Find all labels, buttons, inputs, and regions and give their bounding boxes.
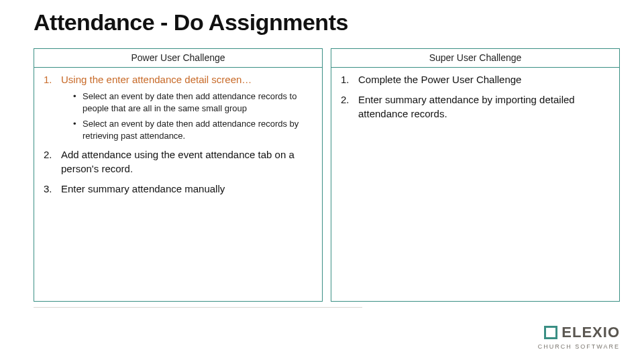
list-item-text: Add attendance using the event attendanc… xyxy=(61,149,294,174)
super-user-body: Complete the Power User Challenge Enter … xyxy=(331,68,619,301)
list-item: Enter summary attendance manually xyxy=(44,182,313,196)
page-title: Attendance - Do Assignments xyxy=(34,9,348,36)
slide: Attendance - Do Assignments Power User C… xyxy=(0,0,644,362)
list-item: Enter summary attendance by importing de… xyxy=(341,93,610,121)
logo-type: ELEXIO xyxy=(561,324,620,341)
logo-square-icon xyxy=(544,326,557,339)
super-user-list: Complete the Power User Challenge Enter … xyxy=(341,73,610,121)
sub-list-item: Select an event by date then add attenda… xyxy=(73,90,313,114)
super-user-column: Super User Challenge Complete the Power … xyxy=(331,48,620,302)
divider xyxy=(34,307,362,308)
power-user-body: Using the enter attendance detail screen… xyxy=(34,68,322,301)
logo-mark: ELEXIO xyxy=(544,324,620,341)
super-user-heading: Super User Challenge xyxy=(331,49,619,68)
columns: Power User Challenge Using the enter att… xyxy=(34,48,620,302)
list-item: Using the enter attendance detail screen… xyxy=(44,73,313,141)
sub-list: Select an event by date then add attenda… xyxy=(73,90,313,141)
logo-subtitle: CHURCH SOFTWARE xyxy=(538,343,620,350)
power-user-heading: Power User Challenge xyxy=(34,49,322,68)
list-item: Complete the Power User Challenge xyxy=(341,73,610,86)
list-item: Add attendance using the event attendanc… xyxy=(44,148,313,176)
list-item-text: Complete the Power User Challenge xyxy=(358,74,521,85)
list-item-text: Enter summary attendance manually xyxy=(61,183,225,194)
logo: ELEXIO CHURCH SOFTWARE xyxy=(538,324,620,350)
power-user-list: Using the enter attendance detail screen… xyxy=(44,73,313,196)
sub-list-item: Select an event by date then add attenda… xyxy=(73,118,313,141)
power-user-column: Power User Challenge Using the enter att… xyxy=(34,48,323,302)
list-item-text: Enter summary attendance by importing de… xyxy=(358,94,575,119)
list-item-text: Using the enter attendance detail screen… xyxy=(61,74,252,85)
